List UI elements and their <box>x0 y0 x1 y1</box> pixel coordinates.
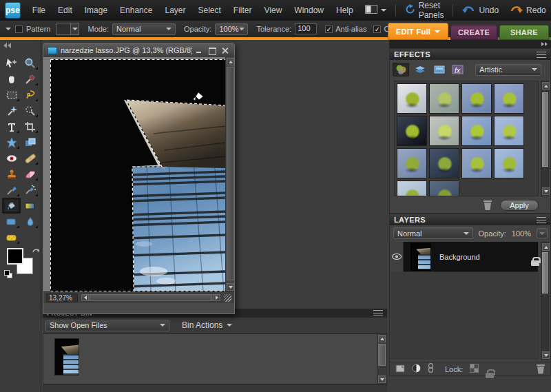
effect-thumbnail[interactable] <box>429 180 459 196</box>
crop-tool[interactable] <box>21 118 39 134</box>
bin-scrollbar[interactable] <box>377 334 386 384</box>
hand-tool[interactable] <box>2 71 21 87</box>
pattern-picker-arrow[interactable] <box>71 23 79 35</box>
layer-thumbnail[interactable] <box>410 243 431 271</box>
new-layer-button[interactable] <box>395 363 405 375</box>
h-scroll-right[interactable] <box>213 294 220 301</box>
undo-button[interactable]: Undo <box>457 3 504 18</box>
rectangular-marquee-tool[interactable] <box>2 87 21 103</box>
effects-scroll-down[interactable] <box>542 187 550 195</box>
adjustment-layer-button[interactable] <box>412 363 421 375</box>
blur-tool[interactable] <box>21 214 39 229</box>
type-tool[interactable] <box>2 118 21 134</box>
layer-name[interactable]: Background <box>439 253 531 261</box>
menu-select[interactable]: Select <box>191 0 227 21</box>
effect-thumbnail[interactable] <box>494 83 524 114</box>
effects-panel-menu-icon[interactable] <box>537 52 546 58</box>
document-window[interactable]: narzedzie lasso.JPG @ 13,3% (RGB/8) * <box>43 43 235 314</box>
move-tool[interactable] <box>2 55 21 71</box>
effects-delete-icon[interactable] <box>484 200 492 210</box>
layer-styles-category-button[interactable] <box>412 63 428 76</box>
healing-brush-tool[interactable] <box>21 150 39 166</box>
effects-scroll-up[interactable] <box>542 82 550 90</box>
zoom-level-field[interactable]: 13,27% <box>46 293 78 302</box>
gradient-tool[interactable] <box>21 198 39 214</box>
zoom-tool[interactable] <box>21 55 39 71</box>
tab-edit-full[interactable]: EDIT Full <box>388 23 448 40</box>
effect-thumbnail[interactable] <box>429 83 459 114</box>
all-effects-category-button[interactable]: fx <box>450 63 467 76</box>
h-scroll-left[interactable] <box>81 294 89 301</box>
toolbox-collapse-button[interactable] <box>3 43 12 48</box>
doc-minimize-button[interactable] <box>196 48 202 54</box>
effect-thumbnail[interactable] <box>429 148 459 178</box>
default-colors-icon[interactable] <box>4 270 11 277</box>
redo-button[interactable]: Redo <box>504 3 551 18</box>
menu-enhance[interactable]: Enhance <box>114 0 158 21</box>
effect-thumbnail[interactable] <box>397 148 427 178</box>
eraser-tool[interactable] <box>21 166 39 182</box>
menu-help[interactable]: Help <box>330 0 360 21</box>
effect-thumbnail[interactable] <box>397 180 427 196</box>
layer-visibility-toggle[interactable] <box>391 242 404 272</box>
pattern-swatch[interactable] <box>56 23 71 35</box>
v-scroll-up[interactable] <box>227 58 234 65</box>
filters-category-button[interactable] <box>393 63 409 76</box>
show-open-files-select[interactable]: Show Open Files <box>45 320 169 331</box>
document-title-bar[interactable]: narzedzie lasso.JPG @ 13,3% (RGB/8) * <box>43 43 234 57</box>
lock-transparency-button[interactable] <box>470 363 479 375</box>
shape-tool[interactable] <box>2 214 21 229</box>
effect-thumbnail[interactable] <box>397 116 427 146</box>
window-resize-grip[interactable] <box>224 294 231 302</box>
effect-thumbnail[interactable] <box>461 116 492 146</box>
cookie-cutter-tool[interactable] <box>2 134 21 150</box>
layer-row-background[interactable]: Background <box>391 242 538 272</box>
effect-thumbnail[interactable] <box>461 83 492 114</box>
arrange-windows-button[interactable] <box>360 3 392 18</box>
antialias-checkbox[interactable] <box>325 25 333 33</box>
menu-image[interactable]: Image <box>79 0 114 21</box>
magic-wand-tool[interactable] <box>2 103 21 118</box>
doc-close-button[interactable] <box>222 48 229 54</box>
tolerance-input[interactable]: 100 <box>295 23 317 34</box>
effect-thumbnail[interactable] <box>494 148 524 178</box>
bin-actions-button[interactable]: Bin Actions <box>182 320 232 330</box>
effect-thumbnail[interactable] <box>397 83 427 114</box>
layers-scroll-up[interactable] <box>542 243 550 251</box>
recompose-tool[interactable] <box>21 134 39 150</box>
tab-share[interactable]: SHARE <box>499 25 549 40</box>
apply-button[interactable]: Apply <box>500 200 539 211</box>
link-layers-button[interactable] <box>428 363 434 375</box>
doc-maximize-button[interactable] <box>209 48 216 54</box>
mode-select[interactable]: Normal <box>112 23 176 35</box>
layers-opacity-arrow[interactable] <box>537 228 548 238</box>
h-scroll-thumb[interactable] <box>90 294 212 301</box>
document-canvas-area[interactable] <box>43 57 234 291</box>
project-bin-menu-icon[interactable] <box>373 310 383 316</box>
reset-panels-button[interactable]: Reset Panels <box>399 3 450 18</box>
menu-filter[interactable]: Filter <box>227 0 258 21</box>
bin-scroll-down[interactable] <box>378 375 386 383</box>
canvas[interactable] <box>50 59 226 291</box>
bin-thumbnail[interactable] <box>54 338 79 375</box>
eyedropper-tool[interactable] <box>21 71 39 87</box>
menu-view[interactable]: View <box>258 0 289 21</box>
effects-scrollbar[interactable] <box>541 81 549 196</box>
layers-scroll-thumb[interactable] <box>542 252 548 293</box>
tool-options-flyout[interactable] <box>6 28 11 30</box>
paint-bucket-tool[interactable] <box>2 198 21 214</box>
foreground-color-swatch[interactable] <box>7 248 23 265</box>
delete-layer-button[interactable] <box>537 364 545 374</box>
menu-edit[interactable]: Edit <box>52 0 79 21</box>
lasso-tool[interactable] <box>21 87 39 103</box>
effect-thumbnail[interactable] <box>494 116 524 146</box>
photo-effects-category-button[interactable] <box>431 63 448 76</box>
effects-category-select[interactable]: Artistic <box>475 64 541 76</box>
opacity-select[interactable]: 100% <box>215 23 248 35</box>
panel-bin-collapse-button[interactable] <box>541 42 548 46</box>
layers-scroll-down[interactable] <box>542 351 550 359</box>
canvas-horizontal-scrollbar[interactable] <box>81 293 221 302</box>
bin-scroll-thumb[interactable] <box>378 344 386 366</box>
effect-thumbnail[interactable] <box>461 148 492 178</box>
layers-panel-menu-icon[interactable] <box>537 217 546 223</box>
